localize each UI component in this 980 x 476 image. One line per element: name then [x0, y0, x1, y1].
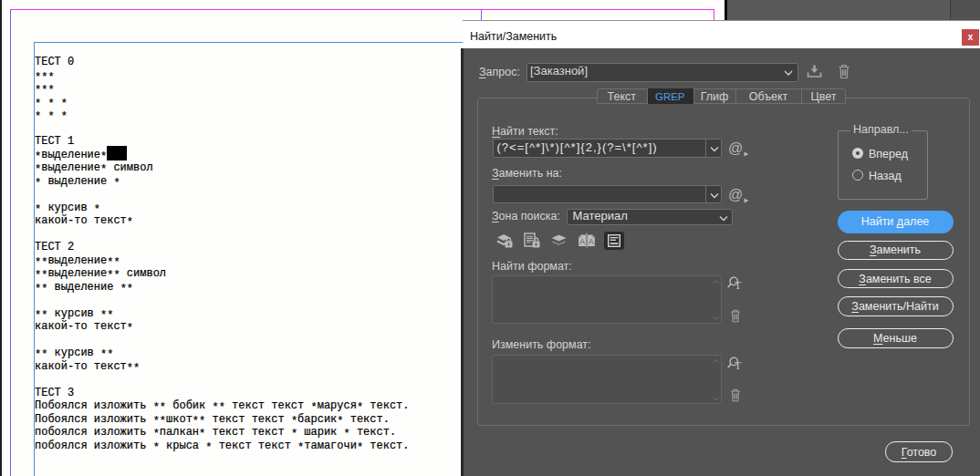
svg-text:T: T [735, 359, 742, 371]
svg-text:A: A [589, 236, 594, 245]
svg-text:T: T [735, 279, 742, 291]
svg-text:A: A [579, 236, 585, 245]
